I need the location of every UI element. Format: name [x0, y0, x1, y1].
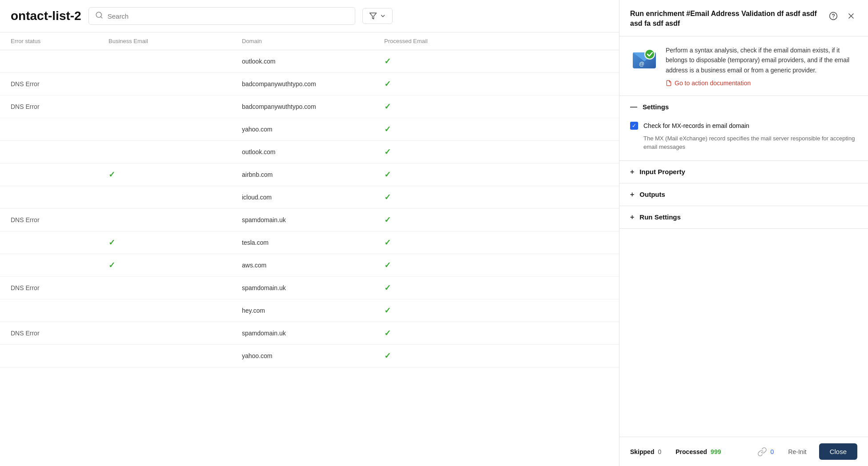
table-row: yahoo.com✓	[0, 345, 619, 367]
cell-business-email: ✓	[108, 260, 242, 270]
mx-check-row: ✓ Check for MX-records in email domain	[630, 122, 857, 130]
check-icon: ✓	[384, 238, 391, 247]
right-panel: Run enrichment #Email Address Validation…	[619, 0, 868, 466]
check-icon: ✓	[384, 170, 391, 179]
page-title: ontact-list-2	[11, 9, 81, 23]
table-row: DNS Errorspamdomain.uk✓	[0, 209, 619, 231]
check-icon: ✓	[108, 238, 115, 247]
close-button[interactable]: Close	[819, 443, 857, 460]
run-settings-expand-icon: +	[630, 213, 634, 221]
cell-domain: aws.com	[242, 262, 384, 269]
table-row: DNS Errorbadcompanywuthtypo.com✓	[0, 96, 619, 118]
settings-section: — Settings ✓ Check for MX-records in ema…	[619, 96, 868, 161]
cell-processed-email: ✓	[384, 170, 473, 179]
link-icon-button[interactable]	[757, 447, 767, 457]
panel-title: Run enrichment #Email Address Validation…	[630, 9, 822, 29]
cell-business-email: ✓	[108, 238, 242, 247]
panel-header: Run enrichment #Email Address Validation…	[619, 0, 868, 36]
mx-check-helper: The MX (Mail eXchange) record specifies …	[630, 134, 857, 151]
check-icon: ✓	[108, 261, 115, 270]
description-section: @ Perform a syntax analysis, check if th…	[619, 36, 868, 96]
cell-error-status: DNS Error	[11, 330, 108, 337]
cell-domain: airbnb.com	[242, 171, 384, 178]
outputs-section: + Outputs	[619, 183, 868, 206]
run-settings-header[interactable]: + Run Settings	[619, 206, 868, 228]
cell-domain: yahoo.com	[242, 126, 384, 133]
panel-header-icons	[827, 9, 857, 22]
cell-error-status: DNS Error	[11, 80, 108, 88]
svg-line-1	[100, 16, 102, 18]
close-icon	[847, 12, 856, 20]
close-panel-button[interactable]	[845, 10, 857, 22]
table-header: ontact-list-2	[0, 0, 619, 32]
footer-actions: Re-Init Close	[781, 443, 857, 460]
doc-link-text: Go to action documentation	[675, 80, 751, 87]
input-property-title: Input Property	[639, 168, 685, 175]
col-header-error: Error status	[11, 38, 108, 44]
skipped-value: 0	[658, 448, 661, 455]
cell-processed-email: ✓	[384, 306, 473, 315]
cell-processed-email: ✓	[384, 102, 473, 112]
cell-processed-email: ✓	[384, 260, 473, 270]
cell-processed-email: ✓	[384, 328, 473, 338]
checkbox-check-icon: ✓	[632, 123, 636, 129]
search-input[interactable]	[108, 12, 349, 20]
check-icon: ✓	[384, 351, 391, 360]
col-header-domain: Domain	[242, 38, 384, 44]
check-icon: ✓	[384, 102, 391, 111]
check-icon: ✓	[108, 170, 115, 179]
filter-button[interactable]	[362, 8, 393, 24]
cell-domain: tesla.com	[242, 239, 384, 246]
cell-domain: outlook.com	[242, 148, 384, 155]
cell-domain: yahoo.com	[242, 352, 384, 359]
cell-processed-email: ✓	[384, 215, 473, 225]
reinit-button[interactable]: Re-Init	[781, 445, 813, 459]
check-icon: ✓	[384, 329, 391, 338]
cell-domain: spamdomain.uk	[242, 284, 384, 291]
cell-processed-email: ✓	[384, 283, 473, 293]
settings-section-header[interactable]: — Settings	[619, 96, 868, 118]
table-row: hey.com✓	[0, 299, 619, 322]
table-row: ✓tesla.com✓	[0, 231, 619, 254]
mx-check-checkbox[interactable]: ✓	[630, 122, 638, 130]
cell-domain: outlook.com	[242, 58, 384, 65]
cell-processed-email: ✓	[384, 79, 473, 89]
svg-marker-2	[370, 13, 376, 19]
check-icon: ✓	[384, 147, 391, 156]
cell-processed-email: ✓	[384, 147, 473, 157]
processed-stat: Processed 999	[675, 448, 721, 455]
help-icon	[829, 12, 838, 20]
outputs-header[interactable]: + Outputs	[619, 183, 868, 206]
panel-content: @ Perform a syntax analysis, check if th…	[619, 36, 868, 437]
link-count: 0	[771, 448, 774, 455]
chevron-down-icon	[380, 13, 386, 19]
email-icon: @	[630, 45, 659, 74]
input-property-header[interactable]: + Input Property	[619, 161, 868, 183]
cell-processed-email: ✓	[384, 238, 473, 247]
check-icon: ✓	[384, 193, 391, 202]
input-property-expand-icon: +	[630, 168, 634, 176]
check-icon: ✓	[384, 261, 391, 270]
table-row: yahoo.com✓	[0, 118, 619, 141]
check-icon: ✓	[384, 215, 391, 224]
settings-section-title: Settings	[643, 103, 669, 111]
input-property-section: + Input Property	[619, 161, 868, 183]
search-container	[88, 7, 355, 25]
panel-footer: Skipped 0 Processed 999 0 Re-Init Close	[619, 437, 868, 466]
table-row: ✓airbnb.com✓	[0, 163, 619, 186]
cell-error-status: DNS Error	[11, 103, 108, 110]
help-button[interactable]	[827, 10, 840, 22]
table-body: outlook.com✓DNS Errorbadcompanywuthtypo.…	[0, 50, 619, 466]
cell-domain: badcompanywuthtypo.com	[242, 80, 384, 88]
cell-domain: spamdomain.uk	[242, 330, 384, 337]
search-icon	[95, 11, 103, 21]
doc-link-icon	[666, 80, 672, 86]
table-row: outlook.com✓	[0, 141, 619, 163]
cell-domain: badcompanywuthtypo.com	[242, 103, 384, 110]
description-text: Perform a syntax analysis, check if the …	[666, 45, 857, 75]
doc-link[interactable]: Go to action documentation	[666, 80, 857, 87]
cell-business-email: ✓	[108, 170, 242, 179]
check-icon: ✓	[384, 125, 391, 134]
svg-text:@: @	[639, 61, 644, 67]
description-content: Perform a syntax analysis, check if the …	[666, 45, 857, 87]
